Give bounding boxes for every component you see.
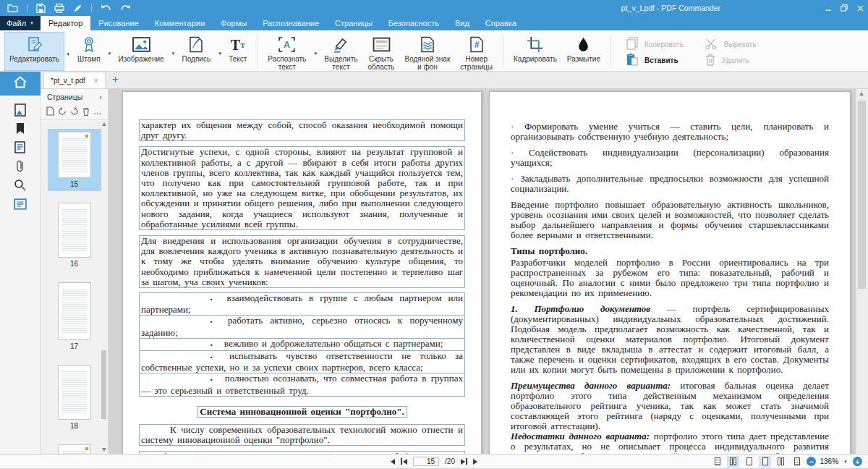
thumbnail-page-15[interactable]: 15 bbox=[48, 129, 101, 191]
two-page-continuous-icon[interactable] bbox=[791, 456, 803, 468]
tab-recognition[interactable]: Распознавание bbox=[255, 16, 327, 30]
tab-comments[interactable]: Комментарии bbox=[147, 16, 213, 30]
tab-help[interactable]: Справка bbox=[477, 16, 524, 30]
rotate-cw-icon[interactable] bbox=[70, 106, 79, 119]
undo-icon[interactable] bbox=[101, 4, 111, 12]
close-icon[interactable] bbox=[852, 0, 868, 16]
zoom-in-button[interactable]: + bbox=[853, 457, 862, 466]
paragraph: Недостатки данного варианта: портфолио э… bbox=[511, 431, 829, 454]
tab-security[interactable]: Безопасность bbox=[380, 16, 447, 30]
sign-pen-icon[interactable] bbox=[73, 4, 82, 13]
two-page-icon[interactable] bbox=[775, 456, 787, 468]
document-tab[interactable]: *pt_v_t.pdf × bbox=[43, 72, 106, 88]
fit-page-icon[interactable] bbox=[711, 456, 723, 468]
tab-view[interactable]: Вид bbox=[447, 16, 477, 30]
bookmarks-button[interactable] bbox=[0, 121, 41, 139]
signature-button[interactable]: Подпись ▼ bbox=[177, 32, 216, 71]
titlebar-separator bbox=[27, 4, 27, 12]
blur-button[interactable]: Размытие bbox=[562, 32, 605, 71]
thumbnail-scrollbar[interactable] bbox=[101, 122, 107, 452]
tab-editor[interactable]: Редактор bbox=[41, 16, 90, 30]
single-page-icon[interactable] bbox=[743, 456, 755, 468]
chevron-down-icon: ▼ bbox=[30, 21, 34, 25]
scroll-up-icon[interactable] bbox=[102, 122, 106, 126]
thumbnail-page-16[interactable]: 16 bbox=[48, 200, 101, 271]
home-button[interactable] bbox=[0, 72, 41, 96]
watermark-button[interactable]: Водяной знак и фон bbox=[400, 32, 456, 71]
cut-button: Вырезать bbox=[705, 37, 756, 51]
tab-forms[interactable]: Формы bbox=[213, 16, 255, 30]
thumbnail-page-17[interactable]: 17 bbox=[48, 279, 101, 353]
paste-button[interactable]: Вставить bbox=[626, 53, 684, 67]
chevron-down-icon[interactable]: ▼ bbox=[108, 50, 112, 58]
chevron-down-icon[interactable]: ▼ bbox=[313, 50, 318, 58]
tab-pages[interactable]: Страницы bbox=[327, 16, 380, 30]
text-block[interactable]: характер их общения между собой, способ … bbox=[139, 119, 465, 141]
document-info-button[interactable] bbox=[0, 140, 41, 158]
bullet-text-block[interactable]: ▪испытывать чувство ответственности не т… bbox=[139, 350, 465, 373]
open-folder-icon[interactable] bbox=[7, 4, 18, 12]
document-tab-title: *pt_v_t.pdf bbox=[51, 77, 85, 85]
page-number-input[interactable]: 15 bbox=[413, 457, 439, 466]
scrollbar-thumb[interactable] bbox=[101, 350, 106, 419]
text-button[interactable]: Tт Текст bbox=[224, 32, 252, 71]
redo-icon[interactable] bbox=[120, 4, 131, 12]
stamp-button[interactable]: Штамп ▼ bbox=[72, 32, 105, 71]
paperclip-icon bbox=[16, 159, 25, 176]
bullet-text-block[interactable]: ▪полностью осознавать, что совместная ра… bbox=[139, 373, 465, 396]
chevron-down-icon[interactable]: ▼ bbox=[171, 50, 176, 58]
search-button[interactable] bbox=[0, 177, 41, 195]
edit-button[interactable]: Редактировать ▼ bbox=[4, 32, 64, 71]
scroll-down-icon[interactable] bbox=[102, 448, 106, 452]
tab-drawing[interactable]: Рисование bbox=[90, 16, 146, 30]
section-heading-block[interactable]: Система инновационной оценки "портфолио"… bbox=[197, 406, 407, 418]
last-page-icon[interactable] bbox=[461, 458, 467, 465]
bullet-text-block[interactable]: ▪взаимодействовать в группе с любым парт… bbox=[139, 292, 465, 316]
previous-page-icon[interactable] bbox=[391, 459, 395, 465]
minimize-icon[interactable] bbox=[820, 0, 836, 16]
thumbnail-page-19[interactable]: 19 bbox=[48, 441, 101, 454]
crop-button[interactable]: Кадрировать bbox=[509, 32, 562, 71]
thumbnail-page-18[interactable]: 18 bbox=[48, 362, 101, 433]
toolbar-separator bbox=[257, 35, 258, 67]
zoom-out-button[interactable]: − bbox=[807, 457, 816, 466]
chevron-down-icon[interactable]: ▼ bbox=[66, 51, 70, 59]
restore-icon[interactable] bbox=[836, 0, 852, 16]
text-icon: Tт bbox=[231, 35, 245, 54]
more-icon[interactable]: ... bbox=[94, 108, 102, 116]
scroll-up-icon[interactable] bbox=[859, 92, 864, 96]
chevron-down-icon[interactable]: ▼ bbox=[218, 50, 222, 58]
add-page-icon[interactable] bbox=[46, 106, 54, 119]
recognize-text-button[interactable]: A Распознать текст ▼ bbox=[263, 32, 311, 71]
scrollbar-thumb[interactable] bbox=[858, 101, 866, 289]
page-number-button[interactable]: # Номер страницы bbox=[455, 32, 498, 71]
page-total-label: /20 bbox=[445, 457, 455, 465]
bullet-text-block[interactable]: ▪вежливо и доброжелательно общаться с па… bbox=[139, 338, 465, 351]
chevron-down-icon[interactable]: ▼ bbox=[843, 460, 848, 464]
fit-width-icon[interactable] bbox=[727, 456, 739, 468]
search-icon bbox=[14, 179, 26, 194]
delete-page-icon[interactable] bbox=[82, 106, 90, 119]
rotate-ccw-icon[interactable] bbox=[58, 106, 67, 119]
export-pages-button[interactable] bbox=[0, 102, 41, 120]
document-lines-icon bbox=[14, 141, 25, 156]
continuous-view-icon[interactable] bbox=[759, 456, 771, 468]
print-icon[interactable] bbox=[54, 4, 64, 13]
hide-area-button[interactable]: Скрыть область bbox=[362, 32, 399, 71]
close-tab-icon[interactable]: × bbox=[94, 77, 98, 85]
bullet-text-block[interactable]: ▪работать активно, серьезно относясь к п… bbox=[139, 315, 465, 338]
collapse-panel-icon[interactable]: ‹ bbox=[99, 93, 102, 101]
file-menu-button[interactable]: Файл▼ bbox=[0, 16, 41, 30]
save-icon[interactable] bbox=[36, 4, 46, 13]
text-block[interactable]: Достигнутые успехи, с одной стороны, вли… bbox=[139, 146, 465, 230]
thumbnails-panel-button[interactable] bbox=[0, 196, 41, 214]
next-page-icon[interactable] bbox=[473, 459, 477, 465]
attachments-button[interactable] bbox=[0, 159, 41, 177]
document-scrollbar[interactable] bbox=[856, 89, 868, 454]
text-block[interactable]: К числу современных образовательных техн… bbox=[139, 424, 465, 446]
first-page-icon[interactable] bbox=[401, 458, 407, 465]
select-text-button[interactable]: Выделить текст bbox=[319, 32, 362, 71]
new-tab-button[interactable]: + bbox=[112, 74, 119, 88]
image-button[interactable]: Изображение ▼ bbox=[114, 32, 169, 71]
text-block[interactable]: Для внедрения и использования организаци… bbox=[139, 235, 465, 288]
